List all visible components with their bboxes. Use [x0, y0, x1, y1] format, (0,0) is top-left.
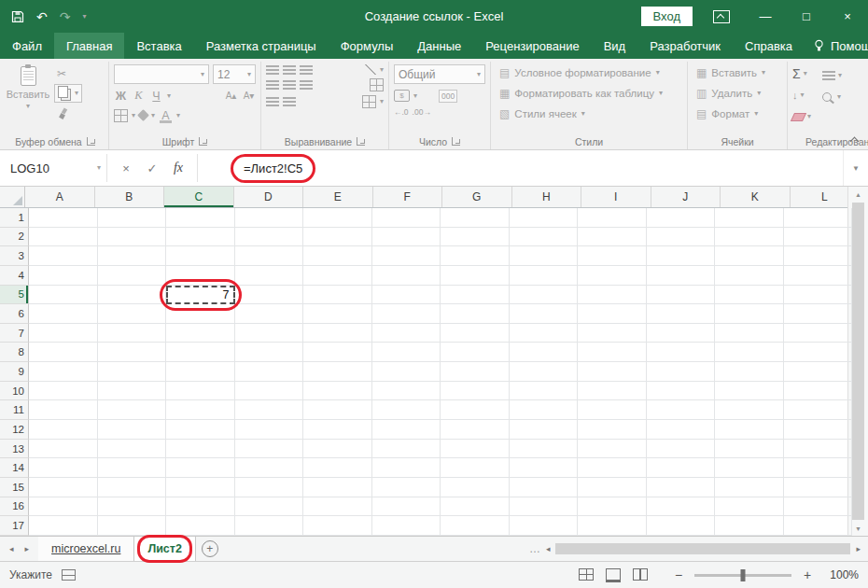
cell-H9[interactable]: [510, 362, 579, 382]
cells-button-3[interactable]: ▤Формат▾: [693, 104, 782, 123]
cell-A5[interactable]: [29, 286, 98, 305]
ribbon-tab-данные[interactable]: Данные: [405, 33, 473, 59]
macro-record-icon[interactable]: [62, 569, 76, 581]
cell-A17[interactable]: [29, 516, 98, 536]
cell-F13[interactable]: [372, 440, 441, 459]
cell-J11[interactable]: [647, 400, 716, 420]
cell-E14[interactable]: [303, 458, 372, 478]
horizontal-scroll-thumb[interactable]: [555, 543, 850, 554]
copy-button[interactable]: ▾: [54, 84, 82, 103]
cell-A16[interactable]: [29, 497, 98, 517]
cell-I3[interactable]: [578, 246, 647, 266]
cell-J4[interactable]: [647, 266, 716, 286]
cancel-entry-icon[interactable]: ×: [113, 161, 139, 175]
paste-button[interactable]: Вставить ▾: [7, 62, 49, 133]
cell-K16[interactable]: [715, 497, 784, 517]
decrease-indent-icon[interactable]: [266, 97, 279, 106]
cell-I8[interactable]: [578, 343, 647, 362]
cell-H16[interactable]: [510, 497, 579, 517]
cell-B7[interactable]: [98, 324, 167, 343]
cell-J16[interactable]: [647, 497, 716, 517]
cell-G2[interactable]: [441, 228, 510, 247]
cell-C10[interactable]: [166, 382, 235, 401]
cell-D7[interactable]: [235, 324, 304, 343]
styles-button-2[interactable]: ▦Форматировать как таблицу▾: [496, 83, 682, 103]
borders-icon[interactable]: [114, 109, 128, 122]
cell-H1[interactable]: [510, 208, 579, 228]
cell-B12[interactable]: [98, 420, 167, 440]
cell-D12[interactable]: [235, 420, 304, 440]
column-header-H[interactable]: H: [512, 187, 582, 207]
italic-button[interactable]: К: [132, 88, 146, 104]
cell-I2[interactable]: [578, 228, 647, 247]
cell-E17[interactable]: [303, 516, 372, 536]
cell-K4[interactable]: [715, 266, 784, 286]
cell-H8[interactable]: [510, 343, 579, 362]
dialog-launcher-icon[interactable]: [357, 137, 365, 146]
cell-K13[interactable]: [715, 440, 784, 459]
column-header-C[interactable]: C: [164, 187, 234, 207]
align-right-icon[interactable]: [300, 80, 313, 90]
cell-E3[interactable]: [303, 246, 372, 266]
cell-B15[interactable]: [98, 478, 167, 497]
dialog-launcher-icon[interactable]: [452, 137, 460, 146]
cell-E13[interactable]: [303, 440, 372, 459]
cell-C15[interactable]: [166, 478, 235, 497]
cell-G1[interactable]: [441, 208, 510, 228]
fill-color-icon[interactable]: [137, 109, 149, 121]
cell-C1[interactable]: [166, 208, 235, 228]
cell-H7[interactable]: [510, 324, 579, 343]
cell-I7[interactable]: [578, 324, 647, 343]
cell-A15[interactable]: [29, 478, 98, 497]
cell-K9[interactable]: [715, 362, 784, 382]
cell-G11[interactable]: [441, 400, 510, 420]
cell-F7[interactable]: [372, 324, 441, 343]
cell-E10[interactable]: [303, 382, 372, 401]
cell-B17[interactable]: [98, 516, 167, 536]
cell-H5[interactable]: [510, 286, 579, 305]
ribbon-tab-вид[interactable]: Вид: [592, 33, 638, 59]
cell-I17[interactable]: [578, 516, 647, 536]
cell-J15[interactable]: [647, 478, 716, 497]
insert-function-icon[interactable]: fx: [165, 161, 191, 175]
cell-A4[interactable]: [29, 266, 98, 286]
cell-J7[interactable]: [647, 324, 716, 343]
cell-G10[interactable]: [441, 382, 510, 401]
cell-D8[interactable]: [235, 343, 304, 362]
cell-L12[interactable]: [784, 420, 853, 440]
name-box-caret-icon[interactable]: ▾: [97, 164, 101, 172]
cell-F3[interactable]: [372, 246, 441, 266]
column-header-A[interactable]: A: [25, 187, 95, 207]
new-sheet-button[interactable]: +: [196, 537, 224, 561]
ribbon-display-options-icon[interactable]: [713, 10, 730, 23]
cell-I1[interactable]: [578, 208, 647, 228]
cell-H13[interactable]: [510, 440, 579, 459]
maximize-button[interactable]: □: [786, 0, 827, 33]
decrease-font-size-button[interactable]: А▾: [242, 88, 256, 104]
sheet-next-icon[interactable]: ▸: [25, 544, 30, 553]
cell-E16[interactable]: [303, 497, 372, 517]
ribbon-tab-file[interactable]: Файл: [0, 33, 54, 59]
cell-B11[interactable]: [98, 400, 167, 420]
cells-button-1[interactable]: ▦Вставить▾: [693, 63, 782, 82]
row-header-14[interactable]: 14: [0, 458, 29, 478]
cell-F1[interactable]: [372, 208, 441, 228]
cell-A10[interactable]: [29, 382, 98, 401]
cell-E2[interactable]: [303, 228, 372, 247]
align-bottom-icon[interactable]: [300, 65, 313, 75]
confirm-entry-icon[interactable]: ✓: [139, 161, 165, 175]
cell-H14[interactable]: [510, 458, 579, 478]
cell-F6[interactable]: [372, 304, 441, 324]
increase-indent-icon[interactable]: [283, 97, 296, 106]
format-painter-button[interactable]: [54, 105, 82, 121]
cell-G13[interactable]: [441, 440, 510, 459]
cell-I10[interactable]: [578, 382, 647, 401]
cell-C17[interactable]: [166, 516, 235, 536]
cell-L6[interactable]: [784, 304, 853, 324]
cell-J13[interactable]: [647, 440, 716, 459]
cell-K2[interactable]: [715, 228, 784, 247]
cell-L15[interactable]: [784, 478, 853, 497]
cell-D10[interactable]: [235, 382, 304, 401]
cell-A7[interactable]: [29, 324, 98, 343]
cell-L7[interactable]: [784, 324, 853, 343]
